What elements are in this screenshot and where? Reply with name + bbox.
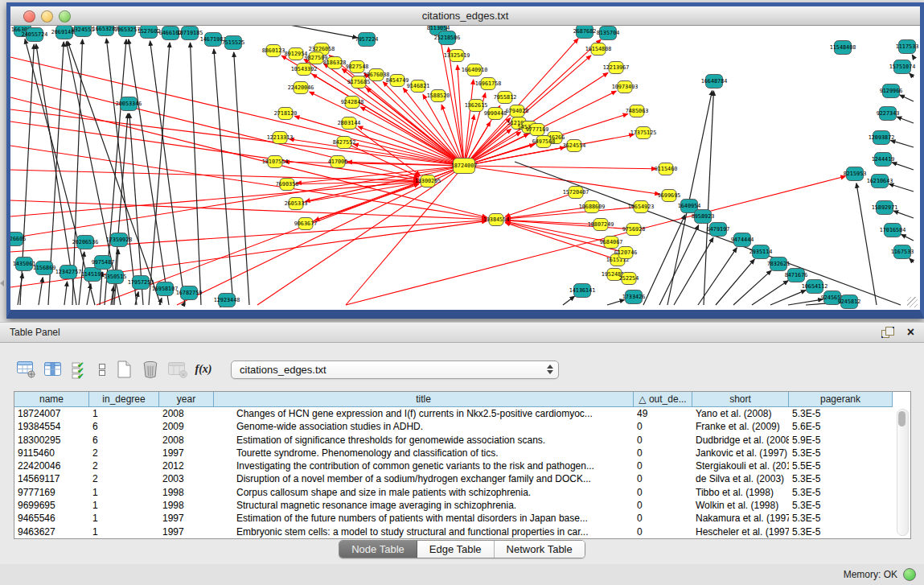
table-row[interactable]: 946554611997Estimation of the future num… xyxy=(14,512,910,525)
graph-edge[interactable] xyxy=(464,166,659,194)
graph-edge[interactable] xyxy=(892,163,914,170)
tab-network-table[interactable]: Network Table xyxy=(495,541,585,558)
show-columns-button[interactable] xyxy=(43,359,64,380)
graph-edge[interactable] xyxy=(190,43,201,305)
table-cell: 9777169 xyxy=(14,486,89,499)
graph-edge[interactable] xyxy=(506,220,634,229)
tab-edge-table[interactable]: Edge Table xyxy=(417,541,495,558)
graph-node-label: 25218506 xyxy=(434,35,461,41)
column-header-short[interactable]: short xyxy=(692,392,789,407)
table-row[interactable]: 977716911998Corpus callosum shape and si… xyxy=(14,486,910,499)
table-selector-dropdown[interactable]: citations_edges.txt xyxy=(231,360,559,379)
table-cell: 5.3E-5 xyxy=(789,499,893,512)
graph-edge[interactable] xyxy=(129,39,169,305)
tab-node-table[interactable]: Node Table xyxy=(339,541,417,558)
graph-edge[interactable] xyxy=(900,95,914,101)
graph-edge[interactable] xyxy=(346,176,845,305)
minimize-window-button[interactable] xyxy=(41,10,53,23)
table-mode-button[interactable] xyxy=(16,359,37,380)
function-builder-button[interactable]: f(x) xyxy=(193,359,214,380)
column-header-year[interactable]: year xyxy=(159,392,214,407)
table-row[interactable]: 1456911722003Disruption of a novel membe… xyxy=(14,472,910,485)
memory-status-indicator xyxy=(903,568,916,581)
select-rows-button[interactable]: ✔ ✔ ✔ xyxy=(69,359,90,380)
graph-edge[interactable] xyxy=(659,225,699,305)
graph-edge[interactable] xyxy=(39,278,43,305)
scrollbar-thumb[interactable] xyxy=(898,411,906,426)
graph-edge[interactable] xyxy=(177,166,464,305)
node-table: namein_degreeyeartitle△ out_de...shortpa… xyxy=(14,391,911,539)
graph-edge[interactable] xyxy=(10,200,487,220)
graph-node-label: 24055724 xyxy=(22,31,48,38)
column-header-filler xyxy=(893,392,910,407)
graph-edge[interactable] xyxy=(910,258,914,262)
graph-edge[interactable] xyxy=(64,282,68,305)
graph-edge[interactable] xyxy=(10,170,418,181)
table-vertical-scrollbar[interactable] xyxy=(897,409,909,536)
column-header-title[interactable]: title xyxy=(214,392,634,407)
graph-edge[interactable] xyxy=(716,259,754,305)
graph-node-label: 16648784 xyxy=(701,78,728,84)
graph-node-label: 12093872 xyxy=(869,134,895,141)
close-panel-icon[interactable]: × xyxy=(907,327,914,338)
row-height-button[interactable] xyxy=(96,359,108,380)
delete-column-button[interactable] xyxy=(140,359,161,380)
graph-edge[interactable] xyxy=(505,192,576,216)
window-titlebar[interactable]: citations_edges.txt xyxy=(10,6,920,26)
traffic-lights xyxy=(23,10,71,23)
window-resize-grip[interactable] xyxy=(907,297,918,307)
graph-edge[interactable] xyxy=(79,252,84,305)
table-row[interactable]: 969969511998Structural magnetic resonanc… xyxy=(14,499,910,512)
graph-edge[interactable] xyxy=(506,207,641,219)
graph-edge[interactable] xyxy=(464,166,656,169)
table-row[interactable]: 1830029562008Estimation of significance … xyxy=(14,434,910,447)
graph-node-label: 8454749 xyxy=(386,77,409,84)
graph-edge[interactable] xyxy=(643,215,685,305)
float-panel-icon[interactable] xyxy=(881,327,894,338)
panel-collapse-arrow[interactable] xyxy=(0,280,4,286)
graph-edge[interactable] xyxy=(910,73,914,77)
graph-edge[interactable] xyxy=(752,281,788,305)
graph-edge[interactable] xyxy=(449,47,464,166)
column-header-pagerank[interactable]: pagerank xyxy=(789,392,893,407)
network-canvas[interactable]: 1663054240557242069140693245511665328710… xyxy=(10,26,920,310)
graph-edge[interactable] xyxy=(733,270,771,305)
graph-edge[interactable] xyxy=(10,77,418,179)
network-graph[interactable]: 1663054240557242069140693245511665328710… xyxy=(10,26,920,310)
graph-edge[interactable] xyxy=(234,52,249,305)
graph-edge[interactable] xyxy=(889,184,914,192)
table-cell: 0 xyxy=(634,459,692,472)
table-row[interactable]: 1872400712008Changes of HCN gene express… xyxy=(14,407,910,420)
create-column-button[interactable] xyxy=(113,359,134,380)
graph-edge[interactable] xyxy=(296,183,418,204)
column-header-in_degree[interactable]: in_degree xyxy=(89,392,159,407)
graph-node-label: 9827548 xyxy=(346,64,369,70)
graph-edge[interactable] xyxy=(890,140,914,147)
graph-edge[interactable] xyxy=(87,284,91,305)
table-cell: 1997 xyxy=(159,525,214,538)
graph-edge[interactable] xyxy=(290,26,357,38)
graph-edge[interactable] xyxy=(607,299,625,305)
table-row[interactable]: 911546021997Tourette syndrome. Phenomeno… xyxy=(14,447,910,459)
table-row[interactable]: 1938455462009Genome-wide association stu… xyxy=(14,420,910,433)
window-title: citations_edges.txt xyxy=(422,10,509,22)
graph-edge[interactable] xyxy=(901,234,914,241)
zoom-window-button[interactable] xyxy=(59,10,71,23)
graph-edge[interactable] xyxy=(893,211,914,218)
graph-edge[interactable] xyxy=(856,183,877,305)
graph-edge[interactable] xyxy=(897,117,914,123)
graph-node-label: 8135704 xyxy=(597,30,620,36)
graph-edge[interactable] xyxy=(10,122,418,179)
graph-edge[interactable] xyxy=(912,55,914,57)
graph-edge[interactable] xyxy=(10,182,418,216)
graph-edge[interactable] xyxy=(10,166,464,238)
table-row[interactable]: 2242004622012Investigating the contribut… xyxy=(14,459,910,472)
column-header-out_de[interactable]: △ out_de... xyxy=(634,392,692,407)
graph-edge[interactable] xyxy=(563,296,574,305)
column-header-name[interactable]: name xyxy=(14,392,89,407)
close-window-button[interactable] xyxy=(23,10,35,23)
table-row[interactable]: 946362711997Embryonic stem cells: a mode… xyxy=(14,525,910,538)
graph-edge[interactable] xyxy=(515,162,901,305)
graph-edge[interactable] xyxy=(698,248,737,305)
table-panel: Table Panel × xyxy=(0,322,924,585)
